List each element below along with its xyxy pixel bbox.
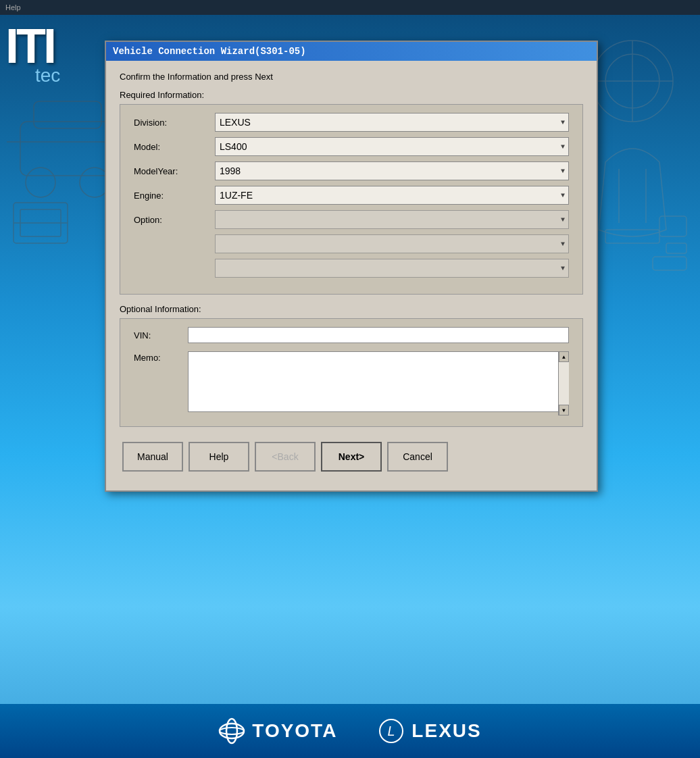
option1-select-wrapper[interactable] (215, 210, 569, 229)
next-button[interactable]: Next> (321, 442, 382, 472)
model-label: Model: (134, 142, 215, 152)
svg-point-2 (26, 168, 55, 197)
svg-text:L: L (388, 724, 395, 738)
option2-select[interactable] (215, 234, 569, 253)
option1-select[interactable] (215, 210, 569, 229)
engine-select[interactable]: 1UZ-FE (215, 186, 569, 205)
option3-select-wrapper[interactable] (215, 259, 569, 278)
help-button[interactable]: Help (189, 442, 249, 472)
scrollbar-down-arrow[interactable]: ▼ (559, 405, 569, 415)
engine-label: Engine: (134, 191, 215, 201)
scrollbar-up-arrow[interactable]: ▲ (559, 351, 569, 362)
top-bar: Help (0, 0, 700, 15)
memo-scrollbar[interactable]: ▲ ▼ (558, 351, 569, 415)
required-info-panel: Division: LEXUS TOYOTA Model: LS400 (120, 104, 583, 295)
svg-rect-17 (653, 257, 686, 270)
vin-input[interactable] (188, 327, 569, 343)
optional-section-label: Optional Information: (120, 304, 583, 314)
back-button[interactable]: <Back (255, 442, 316, 472)
option3-select[interactable] (215, 259, 569, 278)
svg-point-18 (220, 724, 244, 738)
division-select-wrapper[interactable]: LEXUS TOYOTA (215, 113, 569, 132)
option3-row (134, 259, 569, 278)
modelyear-label: ModelYear: (134, 166, 215, 176)
instruction-text: Confirm the Information and press Next (120, 72, 583, 82)
modelyear-row: ModelYear: 1998 1997 1996 (134, 161, 569, 180)
scrollbar-track (559, 362, 569, 405)
engine-row: Engine: 1UZ-FE (134, 186, 569, 205)
toyota-text: TOYOTA (252, 720, 337, 742)
cancel-button[interactable]: Cancel (387, 442, 448, 472)
logo-area: ITI tec (0, 15, 108, 150)
lexus-text: LEXUS (411, 720, 481, 742)
required-section-label: Required Information: (120, 90, 583, 100)
optional-info-panel: VIN: Memo: ▲ ▼ (120, 318, 583, 427)
modelyear-select[interactable]: 1998 1997 1996 (215, 161, 569, 180)
svg-point-20 (220, 728, 244, 734)
division-row: Division: LEXUS TOYOTA (134, 113, 569, 132)
toyota-logo: TOYOTA (218, 717, 337, 744)
svg-point-19 (226, 719, 237, 743)
model-select[interactable]: LS400 (215, 137, 569, 156)
modelyear-select-wrapper[interactable]: 1998 1997 1996 (215, 161, 569, 180)
menu-help: Help (5, 3, 21, 11)
memo-input[interactable] (188, 351, 569, 412)
svg-rect-15 (659, 216, 686, 236)
svg-rect-16 (666, 243, 686, 253)
model-row: Model: LS400 (134, 137, 569, 156)
option2-row (134, 234, 569, 253)
engine-select-wrapper[interactable]: 1UZ-FE (215, 186, 569, 205)
dialog-body: Confirm the Information and press Next R… (106, 61, 597, 490)
bottom-bar: TOYOTA L LEXUS (0, 704, 700, 758)
button-row: Manual Help <Back Next> Cancel (120, 436, 583, 480)
logo-main: ITI (0, 15, 108, 70)
lexus-logo: L LEXUS (378, 717, 481, 744)
division-label: Division: (134, 118, 215, 128)
dialog-title: Vehicle Connection Wizard(S301-05) (113, 46, 306, 57)
dialog-titlebar: Vehicle Connection Wizard(S301-05) (106, 42, 597, 61)
option-label: Option: (134, 215, 215, 225)
manual-button[interactable]: Manual (122, 442, 183, 472)
memo-wrapper: ▲ ▼ (188, 351, 569, 415)
vin-label: VIN: (134, 330, 188, 340)
division-select[interactable]: LEXUS TOYOTA (215, 113, 569, 132)
memo-row: Memo: ▲ ▼ (134, 351, 569, 415)
lexus-icon: L (378, 717, 405, 744)
toyota-icon (218, 717, 245, 744)
option2-select-wrapper[interactable] (215, 234, 569, 253)
model-select-wrapper[interactable]: LS400 (215, 137, 569, 156)
memo-label: Memo: (134, 351, 188, 363)
option1-row: Option: (134, 210, 569, 229)
vin-row: VIN: (134, 327, 569, 343)
vehicle-connection-wizard-dialog: Vehicle Connection Wizard(S301-05) Confi… (105, 41, 598, 492)
